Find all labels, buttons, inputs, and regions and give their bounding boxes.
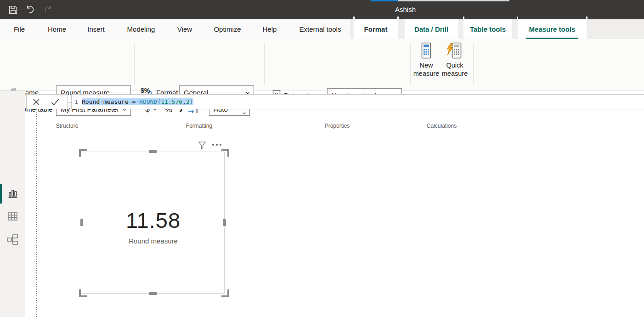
bar-chart-icon <box>7 188 18 199</box>
dax-number-arg: 11.576 <box>161 98 182 105</box>
filter-funnel-icon <box>198 141 207 150</box>
save-icon <box>8 5 18 15</box>
calculator-icon <box>420 42 432 59</box>
tab-help[interactable]: Help <box>258 19 281 39</box>
resize-handle-bottom-right[interactable] <box>221 289 229 297</box>
tab-external-tools[interactable]: External tools <box>295 19 345 39</box>
new-measure-button[interactable]: New measure <box>412 42 441 78</box>
ribbon: Name Round measure Home table My First P… <box>0 39 644 91</box>
resize-handle-bottom[interactable] <box>149 292 157 295</box>
tab-data-drill[interactable]: Data / Drill <box>405 19 458 39</box>
properties-group-label: Properties <box>264 123 410 129</box>
dax-decimals-arg: 2 <box>186 98 190 105</box>
calculations-group-label: Calculations <box>410 123 473 129</box>
tab-insert[interactable]: Insert <box>82 19 110 39</box>
x-icon <box>32 98 40 106</box>
tab-table-tools[interactable]: Table tools <box>463 19 512 39</box>
quick-measure-label: Quick measure <box>440 61 469 78</box>
tab-format[interactable]: Format <box>354 19 398 39</box>
tab-optimize[interactable]: Optimize <box>209 19 246 39</box>
tab-file[interactable]: File <box>6 19 33 39</box>
undo-icon <box>25 5 35 15</box>
undo-button[interactable] <box>24 3 37 16</box>
ellipsis-dot <box>212 144 214 146</box>
title-bar: Ashish <box>0 0 644 19</box>
card-value: 11.58 <box>126 208 181 233</box>
data-view-button[interactable] <box>7 211 18 222</box>
active-view-indicator <box>0 184 2 204</box>
background-window-strip-blue <box>371 0 398 1</box>
ribbon-tab-bar: File Home Insert Modeling View Optimize … <box>0 19 644 39</box>
group-separator <box>134 43 135 85</box>
formula-action-box <box>26 94 68 109</box>
redo-button[interactable] <box>41 3 54 16</box>
background-window-strip-gray <box>398 0 509 1</box>
tab-modeling[interactable]: Modeling <box>123 19 159 39</box>
view-rail <box>0 91 25 317</box>
powerbi-window: Ashish File Home Insert Modeling View Op… <box>0 0 644 317</box>
tab-home[interactable]: Home <box>43 19 71 39</box>
resize-handle-top-right[interactable] <box>221 149 229 157</box>
redo-icon <box>43 5 52 14</box>
ellipsis-dot <box>220 144 221 146</box>
group-separator <box>264 43 265 85</box>
card-label: Round measure <box>129 237 178 245</box>
report-view-button[interactable] <box>7 188 18 199</box>
dax-formula-input[interactable]: 1 Round·measure·=·ROUND(11.576,2) <box>71 94 644 109</box>
dax-formula-text: Round·measure·=·ROUND(11.576,2) <box>82 95 193 109</box>
chevron-down-icon[interactable] <box>242 112 247 115</box>
more-options-button[interactable] <box>212 144 221 146</box>
lightning-icon <box>446 43 453 55</box>
resize-handle-right[interactable] <box>223 219 226 226</box>
model-view-button[interactable] <box>6 234 19 246</box>
formatting-group-label: Formatting <box>134 123 264 129</box>
ellipsis-dot <box>216 144 218 146</box>
document-title: Ashish <box>372 0 439 19</box>
line-number: 1 <box>74 95 78 109</box>
resize-handle-top[interactable] <box>149 150 157 153</box>
check-icon <box>51 98 60 106</box>
save-button[interactable] <box>6 3 19 16</box>
page-boundary-dotted-line <box>36 91 37 317</box>
model-icon <box>6 234 19 246</box>
resize-handle-left[interactable] <box>80 219 83 226</box>
resize-handle-bottom-left[interactable] <box>79 289 87 297</box>
new-measure-label: New measure <box>412 61 441 78</box>
visual-filter-button[interactable] <box>198 141 207 150</box>
table-icon <box>7 211 18 222</box>
group-separator <box>473 43 474 85</box>
cancel-formula-button[interactable] <box>32 98 40 106</box>
card-visual[interactable]: 11.58 Round measure <box>82 152 225 294</box>
dax-function: ROUND <box>139 98 157 105</box>
tab-view[interactable]: View <box>171 19 198 39</box>
dax-measure-name: Round <box>82 98 100 105</box>
arrow-right-icon <box>188 109 195 114</box>
commit-formula-button[interactable] <box>51 98 60 106</box>
quick-measure-button[interactable]: Quick measure <box>440 42 469 78</box>
group-separator <box>410 43 411 85</box>
resize-handle-top-left[interactable] <box>79 149 87 157</box>
tab-measure-tools[interactable]: Measure tools <box>518 19 587 39</box>
